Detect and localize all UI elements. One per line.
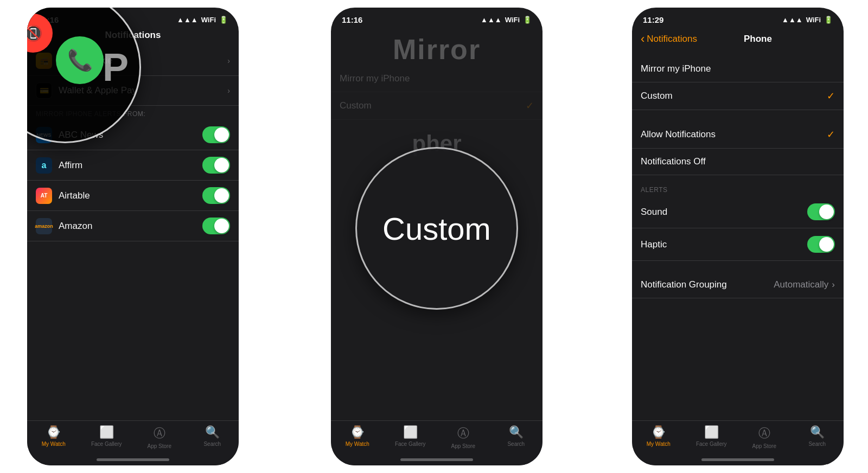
tab-search-3[interactable]: 🔍 Search [791,425,844,447]
custom-checkmark: ✓ [827,90,835,102]
watch-icon-3: ⌚ [651,425,666,439]
custom-label: Custom [641,91,673,101]
status-bar-2: 11:16 ▲▲▲ WiFi 🔋 [331,8,542,28]
wifi-icon-3: WiFi [806,16,821,24]
haptic-label: Haptic [641,239,667,250]
screen2-wrapper: 11:16 ▲▲▲ WiFi 🔋 Mirror Mirror my iPhone… [304,0,608,473]
tab-app-store-label-3: App Store [752,443,776,449]
notifications-off-label: Notifications Off [641,156,706,167]
tab-app-store-label-1: App Store [148,443,171,449]
affirm-row[interactable]: a Affirm [27,150,239,181]
search-icon-3: 🔍 [810,425,825,439]
screen3: 11:29 ▲▲▲ WiFi 🔋 ‹ Notifications Phone M… [632,8,844,465]
mirror-iphone-row[interactable]: Mirror my iPhone [632,56,844,82]
watch-icon-2: ⌚ [350,425,365,439]
tab-search-label-2: Search [507,441,525,447]
notifications-off-row[interactable]: Notifications Off [632,149,844,175]
face-gallery-icon-3: ⬜ [704,425,719,439]
grouping-section: Notification Grouping Automatically › [632,272,844,298]
abc-news-toggle[interactable] [202,126,230,143]
haptic-row: Haptic [632,228,844,261]
amazon-icon: amazon [36,218,52,234]
affirm-label: Affirm [59,160,82,171]
search-icon-2: 🔍 [509,425,524,439]
tab-face-gallery-label-2: Face Gallery [395,441,426,447]
alerts-section-header: ALERTS [632,175,844,196]
affirm-toggle[interactable] [202,157,230,174]
mirror-iphone-row-bg: Mirror my iPhone [331,66,542,92]
back-label: Notifications [647,34,697,44]
tab-face-gallery-label-1: Face Gallery [91,441,122,447]
status-bar-3: 11:29 ▲▲▲ WiFi 🔋 [632,8,844,28]
tab-search-2[interactable]: 🔍 Search [490,425,543,447]
tab-my-watch-2[interactable]: ⌚ My Watch [331,425,384,447]
tab-my-watch-label-3: My Watch [647,441,671,447]
airtable-row[interactable]: AT Airtable [27,181,239,211]
screen3-nav: ‹ Notifications Phone [632,28,844,52]
signal-icon: ▲▲▲ [177,16,198,24]
sound-label: Sound [641,207,667,218]
notification-mode-section: Mirror my iPhone Custom ✓ [632,56,844,110]
home-indicator-1 [97,458,169,461]
tab-search-label-1: Search [203,441,221,447]
tab-face-gallery-1[interactable]: ⬜ Face Gallery [80,425,133,447]
tab-search-label-3: Search [808,441,826,447]
amazon-label: Amazon [59,221,92,232]
airtable-toggle[interactable] [202,187,230,204]
alert-type-section: Allow Notifications ✓ Notifications Off [632,121,844,175]
custom-zoom-text: Custom [382,210,491,247]
alerts-section: Sound Haptic [632,196,844,261]
status-icons-1: ▲▲▲ WiFi 🔋 [177,16,228,24]
tab-face-gallery-3[interactable]: ⬜ Face Gallery [685,425,738,447]
tab-app-store-label-2: App Store [451,443,475,449]
notification-grouping-row[interactable]: Notification Grouping Automatically › [632,272,844,298]
notification-grouping-chevron: › [832,279,835,290]
screen3-wrapper: 11:29 ▲▲▲ WiFi 🔋 ‹ Notifications Phone M… [608,0,868,473]
custom-zoom-circle: Custom [355,147,518,310]
screen1-wrapper: 📵 📞 P 11:16 ▲▲▲ WiFi 🔋 Notifications [0,0,304,473]
wifi-icon: WiFi [201,16,216,24]
custom-row[interactable]: Custom ✓ [632,82,844,110]
tab-my-watch-label-2: My Watch [346,441,369,447]
allow-notifications-label: Allow Notifications [641,129,716,140]
notification-grouping-value: Automatically [774,279,828,290]
app-store-icon-2: Ⓐ [457,425,469,442]
screen3-title: Phone [697,34,819,44]
tab-my-watch-3[interactable]: ⌚ My Watch [632,425,685,447]
walkie-talkie-chevron: › [227,56,230,65]
tab-app-store-3[interactable]: Ⓐ App Store [738,425,791,449]
home-indicator-2 [400,458,473,461]
allow-notifications-row[interactable]: Allow Notifications ✓ [632,121,844,149]
decline-icon: 📵 [27,14,53,53]
tab-face-gallery-2[interactable]: ⬜ Face Gallery [384,425,437,447]
watch-icon-1: ⌚ [46,425,61,439]
mirror-iphone-bg-label: Mirror my iPhone [340,73,410,84]
allow-notifications-checkmark: ✓ [827,129,835,140]
signal-icon-2: ▲▲▲ [481,16,502,24]
haptic-toggle[interactable] [807,236,835,253]
time-3: 11:29 [643,15,663,24]
home-indicator-3 [701,458,774,461]
sound-toggle[interactable] [807,203,835,220]
amazon-toggle[interactable] [202,218,230,234]
app-store-icon-3: Ⓐ [758,425,770,442]
airtable-icon: AT [36,188,52,204]
amazon-row[interactable]: amazon Amazon [27,211,239,241]
wifi-icon-2: WiFi [505,16,520,24]
tab-app-store-1[interactable]: Ⓐ App Store [133,425,186,449]
face-gallery-icon-2: ⬜ [403,425,418,439]
tab-app-store-2[interactable]: Ⓐ App Store [437,425,490,449]
battery-icon-2: 🔋 [523,16,532,24]
sound-row: Sound [632,196,844,228]
airtable-label: Airtable [59,190,90,201]
custom-bg-label: Custom [340,100,372,111]
tab-search-1[interactable]: 🔍 Search [186,425,239,447]
blur-text-top: Mirror [331,28,542,66]
back-button[interactable]: ‹ Notifications [641,32,697,46]
status-icons-3: ▲▲▲ WiFi 🔋 [782,16,833,24]
custom-row-bg: Custom ✓ [331,92,542,120]
notification-grouping-label: Notification Grouping [641,279,727,290]
tab-my-watch-1[interactable]: ⌚ My Watch [27,425,80,447]
screen1: 📵 📞 P 11:16 ▲▲▲ WiFi 🔋 Notifications [27,8,239,465]
affirm-icon: a [36,157,52,174]
